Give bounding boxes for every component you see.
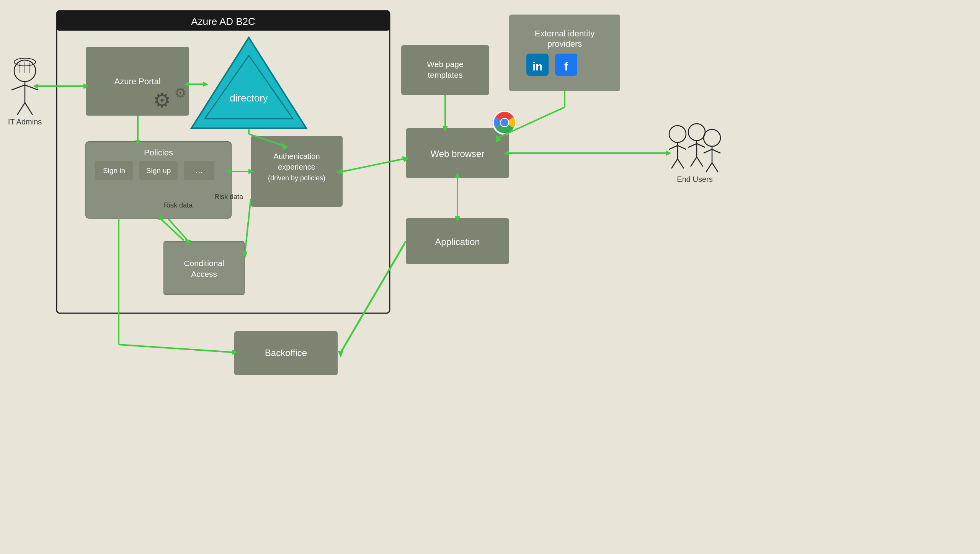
svg-text:directory: directory [230, 92, 268, 104]
svg-marker-114 [232, 350, 237, 355]
svg-text:Risk data: Risk data [214, 193, 243, 201]
svg-marker-7 [191, 38, 306, 128]
svg-marker-103 [496, 135, 501, 142]
svg-line-91 [161, 219, 184, 240]
svg-text:Web browser: Web browser [431, 149, 485, 159]
svg-text:Application: Application [435, 237, 480, 247]
svg-text:templates: templates [428, 70, 462, 79]
svg-line-60 [678, 159, 684, 168]
svg-marker-89 [402, 156, 409, 162]
svg-rect-16 [184, 161, 214, 180]
svg-text:...: ... [196, 165, 203, 175]
svg-text:Azure Portal: Azure Portal [114, 77, 160, 86]
svg-text:End Users: End Users [677, 175, 712, 183]
svg-line-102 [498, 107, 565, 138]
svg-rect-10 [86, 142, 231, 218]
svg-rect-1 [57, 11, 390, 31]
svg-rect-40 [406, 218, 509, 264]
svg-line-83 [249, 134, 283, 145]
svg-line-69 [704, 149, 712, 153]
svg-line-72 [712, 163, 718, 172]
svg-marker-90 [337, 168, 343, 174]
svg-point-55 [669, 126, 686, 142]
svg-line-95 [245, 199, 251, 253]
svg-rect-25 [401, 45, 489, 95]
diagram-svg: Azure AD B2C Azure Portal ⚙ ⚙ directory … [0, 0, 980, 554]
svg-text:Access: Access [191, 270, 217, 278]
svg-text:Authenication: Authenication [273, 152, 320, 160]
svg-point-37 [492, 110, 517, 135]
svg-line-58 [678, 145, 686, 149]
svg-marker-84 [281, 143, 288, 150]
svg-text:Policies: Policies [144, 148, 173, 157]
svg-text:Risk data: Risk data [164, 201, 193, 209]
svg-marker-96 [242, 252, 248, 258]
svg-rect-28 [509, 15, 620, 91]
svg-text:Sign up: Sign up [146, 167, 171, 175]
svg-text:in: in [532, 60, 543, 73]
svg-marker-78 [203, 82, 208, 87]
svg-text:experience: experience [278, 163, 315, 171]
svg-line-71 [706, 163, 712, 172]
svg-rect-0 [57, 11, 390, 313]
svg-rect-42 [234, 331, 338, 375]
svg-point-44 [14, 60, 36, 82]
svg-text:f: f [564, 60, 568, 73]
svg-text:Web page: Web page [427, 60, 463, 69]
svg-marker-105 [666, 150, 671, 156]
svg-text:⚙: ⚙ [174, 85, 186, 101]
svg-text:IT Admins: IT Admins [8, 118, 42, 126]
svg-text:Azure AD B2C: Azure AD B2C [191, 16, 255, 27]
svg-marker-81 [135, 140, 140, 145]
svg-text:providers: providers [547, 39, 582, 49]
svg-line-93 [168, 219, 188, 240]
svg-point-61 [688, 124, 705, 141]
svg-rect-12 [95, 161, 133, 180]
svg-marker-100 [443, 126, 448, 132]
svg-marker-87 [226, 169, 231, 174]
svg-text:Sign in: Sign in [103, 167, 125, 175]
svg-point-67 [704, 129, 720, 146]
svg-marker-94 [185, 239, 191, 246]
svg-text:Backoffice: Backoffice [265, 348, 307, 358]
svg-line-113 [119, 345, 232, 352]
svg-line-115 [340, 243, 405, 354]
svg-point-39 [501, 119, 508, 126]
svg-line-64 [697, 144, 705, 147]
svg-line-48 [17, 103, 25, 115]
svg-line-47 [25, 85, 38, 90]
svg-line-65 [691, 157, 697, 167]
svg-text:(driven by policies): (driven by policies) [268, 174, 325, 182]
svg-rect-3 [86, 47, 189, 116]
svg-rect-35 [406, 128, 509, 178]
svg-text:⚙: ⚙ [153, 89, 171, 111]
svg-marker-106 [504, 150, 509, 156]
svg-marker-79 [184, 82, 189, 87]
diagram-canvas: Azure AD B2C Azure Portal ⚙ ⚙ directory … [0, 0, 980, 554]
svg-marker-92 [158, 214, 163, 220]
svg-line-59 [671, 159, 678, 168]
svg-marker-111 [338, 351, 343, 358]
svg-rect-21 [251, 136, 343, 207]
svg-line-110 [341, 241, 406, 352]
svg-line-46 [11, 85, 25, 90]
svg-line-66 [697, 157, 703, 167]
svg-marker-109 [455, 172, 460, 178]
svg-line-70 [712, 149, 720, 153]
svg-line-63 [688, 144, 697, 147]
svg-point-50 [14, 58, 36, 66]
svg-text:External identity: External identity [535, 29, 595, 38]
svg-rect-14 [139, 161, 178, 180]
svg-marker-86 [248, 169, 254, 174]
svg-marker-76 [33, 83, 38, 89]
svg-marker-8 [205, 56, 293, 119]
svg-marker-75 [83, 83, 89, 89]
svg-line-57 [669, 145, 678, 149]
svg-rect-18 [164, 241, 244, 295]
svg-rect-31 [526, 54, 549, 76]
svg-text:Conditional: Conditional [184, 259, 224, 268]
svg-marker-108 [455, 216, 460, 222]
svg-point-38 [500, 118, 509, 127]
svg-line-49 [25, 103, 33, 115]
svg-line-88 [343, 159, 403, 172]
